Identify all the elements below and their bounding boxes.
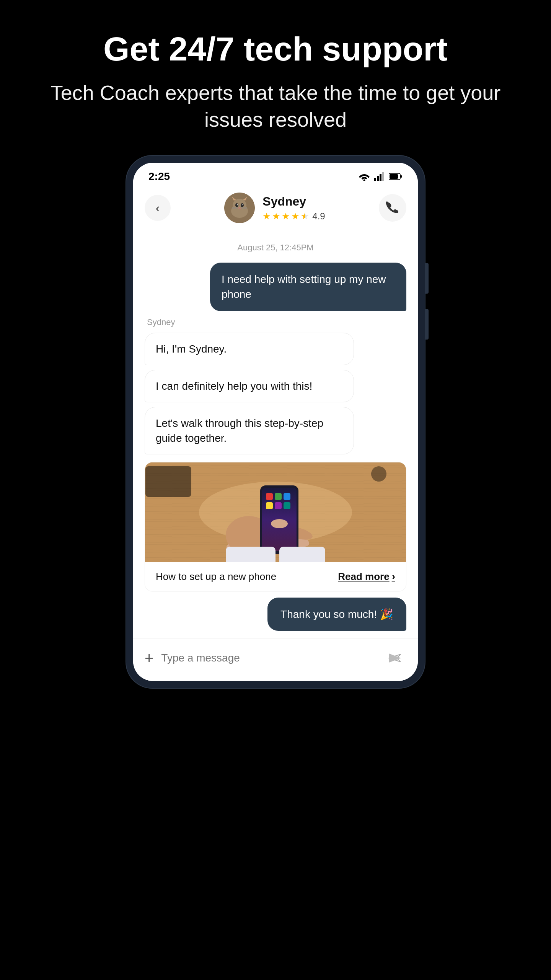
- phone-icon: [386, 201, 399, 215]
- svg-rect-6: [400, 175, 402, 178]
- star-1: ★: [262, 211, 271, 222]
- back-button[interactable]: ‹: [145, 195, 171, 221]
- send-icon: [387, 650, 403, 666]
- agent-name: Sydney: [262, 194, 325, 209]
- svg-point-31: [371, 466, 386, 482]
- svg-rect-43: [284, 493, 290, 500]
- svg-rect-41: [266, 493, 273, 500]
- svg-rect-44: [266, 502, 273, 509]
- message-input[interactable]: [161, 652, 376, 664]
- agent-bubble-2: I can definitely help you with this!: [145, 370, 354, 402]
- agent-info: Sydney ★ ★ ★ ★ ★★ 4.9: [224, 193, 325, 223]
- svg-rect-46: [284, 502, 290, 509]
- agent-bubble-3: Let's walk through this step-by-step gui…: [145, 407, 354, 454]
- chat-area: August 25, 12:45PM I need help with sett…: [133, 231, 418, 639]
- card-image: [145, 462, 406, 562]
- svg-rect-45: [275, 502, 282, 509]
- status-icons: [358, 172, 403, 181]
- svg-rect-4: [382, 172, 384, 181]
- svg-rect-3: [380, 174, 381, 181]
- svg-point-19: [239, 207, 240, 208]
- avatar-svg: [224, 193, 255, 223]
- plus-button[interactable]: +: [145, 650, 153, 666]
- hand-background: [145, 462, 406, 562]
- read-more-link[interactable]: Read more ›: [338, 570, 395, 583]
- agent-label: Sydney: [147, 317, 406, 327]
- user-message-1: I need help with setting up my new phone: [145, 263, 406, 311]
- page-subtitle: Tech Coach experts that take the time to…: [46, 79, 505, 133]
- star-3: ★: [282, 211, 290, 222]
- page-title: Get 24/7 tech support: [46, 31, 505, 68]
- user-message-2: Thank you so much! 🎉: [145, 598, 406, 631]
- avatar: [224, 193, 255, 223]
- wifi-icon: [358, 172, 370, 181]
- top-nav: ‹: [133, 186, 418, 231]
- phone-screen: 2:25: [133, 163, 418, 681]
- page-header: Get 24/7 tech support Tech Coach experts…: [0, 31, 551, 133]
- svg-point-18: [243, 204, 243, 205]
- rating-number: 4.9: [312, 211, 325, 222]
- svg-point-17: [237, 204, 238, 205]
- signal-icon: [374, 172, 385, 181]
- setup-card[interactable]: How to set up a new phone Read more ›: [145, 462, 406, 591]
- svg-rect-30: [145, 466, 191, 497]
- status-time: 2:25: [148, 170, 170, 183]
- read-more-text: Read more: [338, 571, 389, 583]
- user-bubble-2: Thank you so much! 🎉: [267, 598, 406, 631]
- svg-point-0: [364, 180, 365, 181]
- star-half: ★★: [301, 211, 309, 222]
- call-button[interactable]: [379, 194, 406, 222]
- svg-point-10: [233, 199, 246, 212]
- scene-svg: [145, 462, 406, 562]
- svg-rect-42: [275, 493, 282, 500]
- svg-rect-49: [279, 547, 325, 562]
- back-chevron-icon: ‹: [156, 202, 160, 214]
- message-input-bar: +: [133, 639, 418, 681]
- send-button[interactable]: [383, 647, 406, 670]
- agent-details: Sydney ★ ★ ★ ★ ★★ 4.9: [262, 194, 325, 222]
- svg-point-47: [271, 519, 288, 528]
- svg-rect-48: [226, 547, 276, 562]
- phone-frame: 2:25: [126, 156, 425, 688]
- svg-rect-7: [390, 174, 398, 179]
- agent-rating: ★ ★ ★ ★ ★★ 4.9: [262, 211, 325, 222]
- star-2: ★: [272, 211, 280, 222]
- timestamp: August 25, 12:45PM: [145, 243, 406, 253]
- status-bar: 2:25: [133, 163, 418, 186]
- svg-rect-1: [374, 178, 376, 181]
- agent-bubble-1: Hi, I'm Sydney.: [145, 333, 354, 365]
- svg-rect-2: [377, 176, 379, 181]
- card-title: How to set up a new phone: [156, 571, 276, 583]
- card-footer: How to set up a new phone Read more ›: [145, 562, 406, 591]
- agent-message-group: Sydney Hi, I'm Sydney. I can definitely …: [145, 317, 406, 455]
- svg-point-16: [241, 203, 244, 207]
- svg-point-15: [235, 203, 238, 207]
- read-more-arrow-icon: ›: [392, 570, 395, 583]
- user-bubble-1: I need help with setting up my new phone: [210, 263, 406, 311]
- battery-icon: [389, 173, 403, 180]
- stars: ★ ★ ★ ★ ★★: [262, 211, 309, 222]
- star-4: ★: [291, 211, 300, 222]
